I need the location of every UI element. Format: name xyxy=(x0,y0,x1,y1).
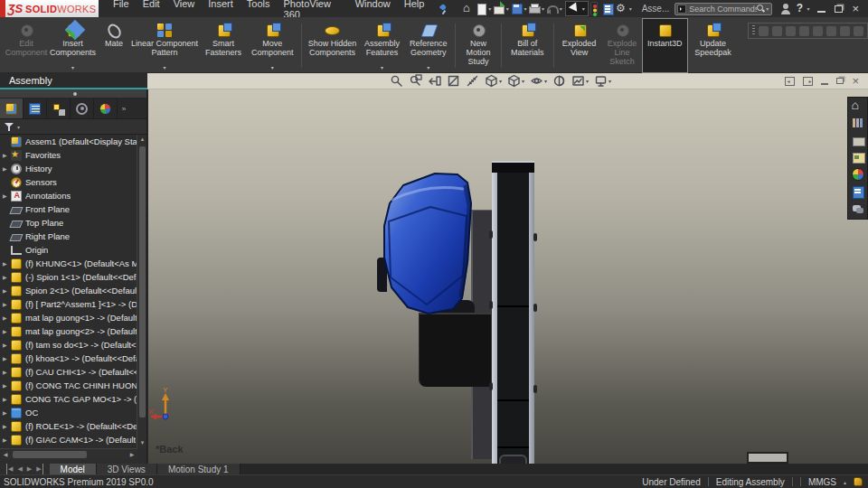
tree-item[interactable]: (f) khoa<1> -> (Default<<Defa xyxy=(0,352,137,365)
tab-dimxpertmanager[interactable] xyxy=(71,99,94,118)
dropdown-caret-icon[interactable]: ▾ xyxy=(586,78,589,84)
expand-arrow-icon[interactable] xyxy=(3,260,11,267)
dropdown-caret-icon[interactable]: ▾ xyxy=(542,5,544,12)
edit-appearance-icon[interactable] xyxy=(552,74,566,88)
toolbar-icon[interactable] xyxy=(799,26,809,36)
dropdown-caret-icon[interactable]: ▾ xyxy=(271,64,274,72)
tab-motion-study[interactable]: Motion Study 1 xyxy=(157,464,241,474)
tree-item[interactable]: Front Plane xyxy=(0,202,137,216)
tree-item[interactable]: Favorites xyxy=(0,148,137,162)
solidworks-resources-icon[interactable] xyxy=(852,99,864,112)
expand-arrow-icon[interactable] xyxy=(3,152,11,158)
expand-arrow-icon[interactable] xyxy=(3,423,11,429)
first-tab-icon[interactable]: ◀ xyxy=(6,464,13,474)
dropdown-caret-icon[interactable]: ▾ xyxy=(807,5,809,12)
expand-arrow-icon[interactable] xyxy=(3,301,11,307)
scroll-up-icon[interactable]: ▲ xyxy=(137,135,147,145)
explode-line-sketch-button[interactable]: Explode Line Sketch xyxy=(601,19,642,72)
dropdown-caret-icon[interactable]: ▴ xyxy=(844,479,846,485)
tree-vertical-scrollbar[interactable]: ▲ ▼ xyxy=(137,135,146,448)
units-selector[interactable]: MMGS xyxy=(808,477,836,487)
update-speedpak-button[interactable]: Update Speedpak xyxy=(687,19,739,72)
collapse-left-icon[interactable] xyxy=(785,77,795,86)
instant3d-button[interactable]: Instant3D xyxy=(643,19,687,72)
status-hand-icon[interactable] xyxy=(854,477,863,486)
viewport-minimize-icon[interactable] xyxy=(821,83,828,85)
tree-item[interactable]: Spion 2<1> (Default<<Default xyxy=(0,284,137,297)
scroll-down-icon[interactable]: ▼ xyxy=(137,438,147,448)
dropdown-caret-icon[interactable]: ▾ xyxy=(17,124,20,130)
mate-button[interactable]: Mate xyxy=(99,19,129,72)
pin-icon[interactable] xyxy=(437,3,450,14)
help-icon[interactable] xyxy=(793,3,807,14)
scrollbar-thumb[interactable] xyxy=(139,146,146,418)
search-input[interactable] xyxy=(689,5,757,14)
viewport-close-icon[interactable]: × xyxy=(852,76,859,87)
prev-tab-icon[interactable]: ◀ xyxy=(17,464,22,474)
toolbar-icon[interactable] xyxy=(786,26,796,36)
apply-scene-icon[interactable]: ▾ xyxy=(571,74,589,88)
tree-item[interactable]: (-) Spion 1<1> (Default<<Defa xyxy=(0,270,137,284)
toolbar-icon[interactable] xyxy=(826,26,836,36)
user-icon[interactable] xyxy=(779,3,793,14)
dropdown-caret-icon[interactable]: ▾ xyxy=(522,78,524,84)
options-gear-icon[interactable] xyxy=(615,3,628,14)
expand-arrow-icon[interactable] xyxy=(3,355,11,361)
search-icon[interactable] xyxy=(757,5,765,13)
dropdown-caret-icon[interactable]: ▾ xyxy=(629,5,632,12)
expand-arrow-icon[interactable] xyxy=(3,396,11,402)
tab-assembly[interactable]: Assembly xyxy=(0,73,147,89)
restore-icon[interactable] xyxy=(835,5,843,13)
tree-item[interactable]: (f) [ Part2^Assem1 ]<1> -> (De xyxy=(0,297,137,311)
close-icon[interactable]: × xyxy=(852,3,859,14)
move-component-button[interactable]: Move Component ▾ xyxy=(247,19,298,72)
dropdown-caret-icon[interactable]: ▾ xyxy=(524,5,526,12)
tree-item[interactable]: CONG TAC GAP MO<1> -> (D xyxy=(0,392,137,406)
insert-components-button[interactable]: Insert Components ▾ xyxy=(47,19,99,72)
tree-item[interactable]: Origin xyxy=(0,243,137,257)
save-icon[interactable] xyxy=(510,3,524,14)
expand-arrow-icon[interactable] xyxy=(3,369,11,375)
expand-arrow-icon[interactable] xyxy=(3,328,11,334)
minimize-icon[interactable] xyxy=(817,11,826,13)
tab-propertymanager[interactable] xyxy=(24,99,47,118)
dropdown-caret-icon[interactable]: ▾ xyxy=(164,64,166,72)
file-explorer-icon[interactable] xyxy=(852,134,864,146)
dropdown-caret-icon[interactable]: ▾ xyxy=(506,5,509,12)
expand-arrow-icon[interactable] xyxy=(3,274,11,280)
tree-item[interactable]: mat lap guong<1> -> (Default xyxy=(0,311,137,324)
expand-arrow-icon[interactable] xyxy=(3,165,11,172)
expand-arrow-icon[interactable] xyxy=(3,287,11,294)
dropdown-caret-icon[interactable]: ▾ xyxy=(71,64,74,72)
tree-item[interactable]: (f) tam so do<1> -> (Default< xyxy=(0,338,137,352)
appearances-icon[interactable] xyxy=(852,168,864,181)
rebuild-icon[interactable] xyxy=(590,2,599,15)
scroll-left-icon[interactable]: ◀ xyxy=(0,449,11,461)
edit-component-button[interactable]: Edit Component xyxy=(5,19,47,72)
scrollbar-thumb[interactable] xyxy=(13,451,87,458)
view-palette-icon[interactable] xyxy=(852,151,864,164)
tree-item[interactable]: (f) CONG TAC CHINH HUONG xyxy=(0,379,137,392)
dropdown-caret-icon[interactable]: ▾ xyxy=(544,78,547,84)
zoom-to-fit-icon[interactable] xyxy=(390,74,403,88)
expand-arrow-icon[interactable] xyxy=(3,382,11,389)
tree-item[interactable]: (f) ROLE<1> -> (Default<<Def xyxy=(0,419,137,433)
select-tool[interactable]: ▾ xyxy=(565,1,589,16)
expand-arrow-icon[interactable] xyxy=(3,314,11,321)
viewport-restore-icon[interactable] xyxy=(836,78,844,84)
dropdown-caret-icon[interactable]: ▾ xyxy=(560,5,562,12)
print-icon[interactable] xyxy=(527,3,541,14)
dropdown-caret-icon[interactable]: ▾ xyxy=(381,64,383,72)
expand-arrow-icon[interactable] xyxy=(3,192,11,199)
toolbar-icon[interactable] xyxy=(813,26,823,36)
tree-item[interactable]: History xyxy=(0,162,137,175)
section-view-icon[interactable] xyxy=(447,74,460,88)
graphics-area[interactable]: Y X Y *Back xyxy=(148,89,868,464)
dropdown-caret-icon[interactable]: ▾ xyxy=(499,78,502,84)
open-icon[interactable] xyxy=(492,3,505,14)
dropdown-caret-icon[interactable]: ▾ xyxy=(609,78,611,84)
expand-arrow-icon[interactable] xyxy=(3,409,11,416)
undo-icon[interactable] xyxy=(545,3,559,14)
tree-item[interactable]: (f) GIAC CAM<1> -> (Default xyxy=(0,433,137,446)
tree-item[interactable]: Annotations xyxy=(0,189,137,202)
